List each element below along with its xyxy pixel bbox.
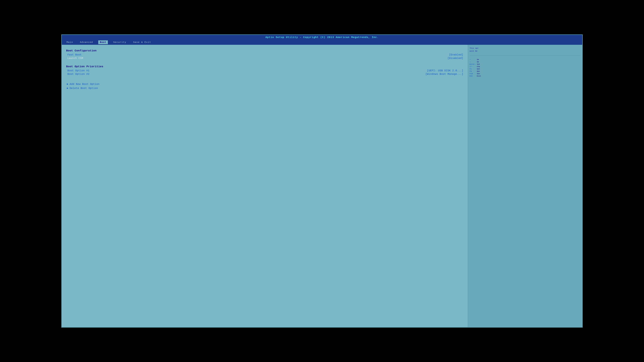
key-ud-arrows: ↕ xyxy=(470,61,476,63)
key-f9-desc: Opt xyxy=(477,70,480,72)
boot-priorities-heading: Boot Option Priorities xyxy=(66,65,463,68)
right-panel: This opt will be ↔ Se ↕ Se Enter: xyxy=(468,45,582,327)
title-bar: Aptio Setup Utility - Copyright (C) 2013… xyxy=(62,35,582,40)
key-row-arrows: ↔ Se xyxy=(470,59,581,60)
tab-security[interactable]: Security xyxy=(112,40,128,44)
key-row-plusminus: +/- Cha xyxy=(470,66,581,67)
key-lr-arrows: ↔ xyxy=(470,59,476,60)
key-esc: ESC xyxy=(470,75,476,77)
key-enter: Enter: xyxy=(470,63,476,65)
key-plusminus: +/- xyxy=(470,66,476,67)
launch-csm-value: [Disabled] xyxy=(448,57,463,60)
delete-boot-label: Delete Boot Option xyxy=(70,87,98,90)
add-new-boot-option-item[interactable]: ► Add New Boot Option xyxy=(67,83,463,86)
add-new-boot-arrow: ► xyxy=(67,83,68,86)
screen-wrapper: Aptio Setup Utility - Copyright (C) 2013… xyxy=(26,22,618,340)
tab-main[interactable]: Main xyxy=(65,40,74,44)
tab-boot[interactable]: Boot xyxy=(98,40,108,44)
main-panel: Boot Configuration Fast Boot [Enabled] L… xyxy=(62,45,468,327)
key-legend: ↔ Se ↕ Se Enter: Sel +/- Cha xyxy=(470,59,581,77)
key-f1: F1 xyxy=(470,68,476,70)
content-area: Boot Configuration Fast Boot [Enabled] L… xyxy=(62,45,582,327)
key-row-f1: F1 Gen xyxy=(470,68,581,70)
fast-boot-row[interactable]: Fast Boot [Enabled] xyxy=(68,53,463,56)
key-lr-desc: Se xyxy=(477,59,479,60)
right-panel-divider xyxy=(470,55,581,56)
boot-option-2-row[interactable]: Boot Option #2 [Windows Boot Manage...] xyxy=(68,72,463,76)
key-f9: F9 xyxy=(470,70,476,72)
key-row-f9: F9 Opt xyxy=(470,70,581,72)
fast-boot-value: [Enabled] xyxy=(449,53,463,56)
key-esc-desc: Exit xyxy=(477,75,481,77)
key-f10-desc: Sav xyxy=(477,73,480,75)
boot-option-2-label: Boot Option #2 xyxy=(68,73,90,76)
add-new-boot-label: Add New Boot Option xyxy=(70,83,100,86)
boot-config-heading: Boot Configuration xyxy=(66,49,463,52)
nav-bar: Main Advanced Boot Security Save & Exit xyxy=(62,40,582,45)
key-row-updown: ↕ Se xyxy=(470,61,581,63)
boot-option-1-label: Boot Option #1 xyxy=(68,69,90,72)
launch-csm-label: Launch CSM xyxy=(68,57,83,60)
key-row-esc: ESC Exit xyxy=(470,75,581,77)
tab-save-exit[interactable]: Save & Exit xyxy=(132,40,153,44)
title-text: Aptio Setup Utility - Copyright (C) 2013… xyxy=(266,36,378,39)
boot-option-1-row[interactable]: Boot Option #1 [UEFI: USB DISK 2.0...] xyxy=(68,69,463,72)
tab-advanced[interactable]: Advanced xyxy=(78,40,94,44)
fast-boot-label: Fast Boot xyxy=(68,53,82,56)
key-f10: F10 xyxy=(470,73,476,75)
right-panel-help-text: This opt will be xyxy=(470,47,581,52)
key-row-enter: Enter: Sel xyxy=(470,63,581,65)
key-enter-desc: Sel xyxy=(477,63,480,65)
key-plusminus-desc: Cha xyxy=(477,66,480,67)
key-row-f10: F10 Sav xyxy=(470,73,581,75)
boot-option-2-value: [Windows Boot Manage...] xyxy=(426,73,463,76)
key-ud-desc: Se xyxy=(477,61,479,63)
key-f1-desc: Gen xyxy=(477,68,480,70)
boot-option-1-value: [UEFI: USB DISK 2.0...] xyxy=(427,69,463,72)
delete-boot-option-item[interactable]: ► Delete Boot Option xyxy=(67,87,463,90)
launch-csm-row[interactable]: Launch CSM [Disabled] xyxy=(68,56,463,60)
delete-boot-arrow: ► xyxy=(67,87,68,90)
bios-screen: Aptio Setup Utility - Copyright (C) 2013… xyxy=(61,34,583,328)
